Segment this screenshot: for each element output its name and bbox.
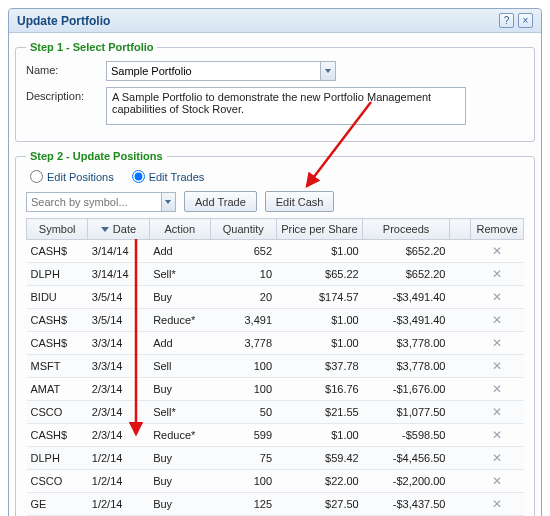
remove-row-button[interactable]: ✕ xyxy=(492,336,502,350)
cell-action: Buy xyxy=(149,493,210,516)
cell-quantity: 75 xyxy=(210,447,276,470)
cell-proceeds: $3,778.00 xyxy=(363,355,450,378)
table-row[interactable]: CASH$3/5/14Reduce*3,491$1.00-$3,491.40✕ xyxy=(27,309,524,332)
table-row[interactable]: GE1/2/14Buy125$27.50-$3,437.50✕ xyxy=(27,493,524,516)
cell-date: 3/3/14 xyxy=(88,355,149,378)
cell-price-per-share: $59.42 xyxy=(276,447,363,470)
cell-symbol: BIDU xyxy=(27,286,88,309)
cell-price-per-share: $1.00 xyxy=(276,240,363,263)
cell-price-per-share: $16.76 xyxy=(276,378,363,401)
col-quantity[interactable]: Quantity xyxy=(210,219,276,240)
col-action[interactable]: Action xyxy=(149,219,210,240)
cell-proceeds: -$4,456.50 xyxy=(363,447,450,470)
cell-symbol: CSCO xyxy=(27,401,88,424)
add-trade-button[interactable]: Add Trade xyxy=(184,191,257,212)
radio-edit-positions-input[interactable] xyxy=(30,170,43,183)
chevron-down-icon[interactable] xyxy=(161,193,175,211)
sort-desc-icon xyxy=(101,227,109,232)
cell-proceeds: $1,077.50 xyxy=(363,401,450,424)
cell-symbol: GE xyxy=(27,493,88,516)
cell-date: 1/2/14 xyxy=(88,447,149,470)
table-row[interactable]: CASH$3/14/14Add652$1.00$652.20✕ xyxy=(27,240,524,263)
portfolio-name-select[interactable] xyxy=(106,61,336,81)
col-spacer xyxy=(449,219,470,240)
cell-date: 2/3/14 xyxy=(88,424,149,447)
remove-row-button[interactable]: ✕ xyxy=(492,405,502,419)
cell-symbol: DLPH xyxy=(27,447,88,470)
cell-quantity: 100 xyxy=(210,378,276,401)
search-combo[interactable] xyxy=(26,192,176,212)
radio-edit-trades-input[interactable] xyxy=(132,170,145,183)
cell-quantity: 599 xyxy=(210,424,276,447)
remove-row-button[interactable]: ✕ xyxy=(492,244,502,258)
edit-cash-button[interactable]: Edit Cash xyxy=(265,191,335,212)
cell-date: 3/5/14 xyxy=(88,286,149,309)
cell-proceeds: -$2,200.00 xyxy=(363,470,450,493)
cell-symbol: DLPH xyxy=(27,263,88,286)
cell-quantity: 125 xyxy=(210,493,276,516)
radio-edit-trades[interactable]: Edit Trades xyxy=(132,170,205,183)
remove-row-button[interactable]: ✕ xyxy=(492,267,502,281)
table-row[interactable]: CASH$3/3/14Add3,778$1.00$3,778.00✕ xyxy=(27,332,524,355)
col-price-per-share[interactable]: Price per Share xyxy=(276,219,363,240)
cell-symbol: CASH$ xyxy=(27,309,88,332)
cell-proceeds: -$3,437.50 xyxy=(363,493,450,516)
col-symbol[interactable]: Symbol xyxy=(27,219,88,240)
col-proceeds[interactable]: Proceeds xyxy=(363,219,450,240)
cell-action: Sell* xyxy=(149,401,210,424)
remove-row-button[interactable]: ✕ xyxy=(492,290,502,304)
table-row[interactable]: CSCO1/2/14Buy100$22.00-$2,200.00✕ xyxy=(27,470,524,493)
description-field[interactable]: A Sample Portfolio to demonstrate the ne… xyxy=(106,87,466,125)
remove-row-button[interactable]: ✕ xyxy=(492,497,502,511)
cell-quantity: 20 xyxy=(210,286,276,309)
table-row[interactable]: CASH$2/3/14Reduce*599$1.00-$598.50✕ xyxy=(27,424,524,447)
chevron-down-icon[interactable] xyxy=(320,62,335,80)
cell-price-per-share: $1.00 xyxy=(276,332,363,355)
remove-row-button[interactable]: ✕ xyxy=(492,451,502,465)
search-input[interactable] xyxy=(27,193,161,211)
remove-row-button[interactable]: ✕ xyxy=(492,382,502,396)
cell-price-per-share: $1.00 xyxy=(276,309,363,332)
cell-price-per-share: $22.00 xyxy=(276,470,363,493)
cell-symbol: AMAT xyxy=(27,378,88,401)
cell-proceeds: $652.20 xyxy=(363,240,450,263)
col-date[interactable]: Date xyxy=(88,219,149,240)
titlebar: Update Portfolio ? × xyxy=(9,9,541,33)
cell-quantity: 3,491 xyxy=(210,309,276,332)
remove-row-button[interactable]: ✕ xyxy=(492,474,502,488)
remove-row-button[interactable]: ✕ xyxy=(492,428,502,442)
step1-fieldset: Step 1 - Select Portfolio Name: Descript… xyxy=(15,41,535,142)
description-label: Description: xyxy=(26,87,106,102)
cell-proceeds: -$598.50 xyxy=(363,424,450,447)
table-row[interactable]: DLPH3/14/14Sell*10$65.22$652.20✕ xyxy=(27,263,524,286)
portfolio-name-input[interactable] xyxy=(107,62,320,80)
remove-row-button[interactable]: ✕ xyxy=(492,359,502,373)
col-remove[interactable]: Remove xyxy=(471,219,524,240)
cell-proceeds: -$3,491.40 xyxy=(363,309,450,332)
cell-date: 2/3/14 xyxy=(88,401,149,424)
cell-symbol: CASH$ xyxy=(27,332,88,355)
cell-symbol: CSCO xyxy=(27,470,88,493)
cell-quantity: 100 xyxy=(210,355,276,378)
table-row[interactable]: BIDU3/5/14Buy20$174.57-$3,491.40✕ xyxy=(27,286,524,309)
table-row[interactable]: CSCO2/3/14Sell*50$21.55$1,077.50✕ xyxy=(27,401,524,424)
cell-price-per-share: $174.57 xyxy=(276,286,363,309)
cell-action: Buy xyxy=(149,470,210,493)
cell-action: Sell xyxy=(149,355,210,378)
step2-legend: Step 2 - Update Positions xyxy=(26,150,167,162)
cell-quantity: 10 xyxy=(210,263,276,286)
help-icon[interactable]: ? xyxy=(499,13,514,28)
table-row[interactable]: MSFT3/3/14Sell100$37.78$3,778.00✕ xyxy=(27,355,524,378)
remove-row-button[interactable]: ✕ xyxy=(492,313,502,327)
cell-action: Sell* xyxy=(149,263,210,286)
table-row[interactable]: DLPH1/2/14Buy75$59.42-$4,456.50✕ xyxy=(27,447,524,470)
cell-action: Buy xyxy=(149,378,210,401)
cell-date: 3/5/14 xyxy=(88,309,149,332)
cell-action: Add xyxy=(149,332,210,355)
update-portfolio-window: Update Portfolio ? × Step 1 - Select Por… xyxy=(8,8,542,516)
table-row[interactable]: AMAT2/3/14Buy100$16.76-$1,676.00✕ xyxy=(27,378,524,401)
close-icon[interactable]: × xyxy=(518,13,533,28)
cell-date: 2/3/14 xyxy=(88,378,149,401)
radio-edit-positions[interactable]: Edit Positions xyxy=(30,170,114,183)
cell-price-per-share: $65.22 xyxy=(276,263,363,286)
